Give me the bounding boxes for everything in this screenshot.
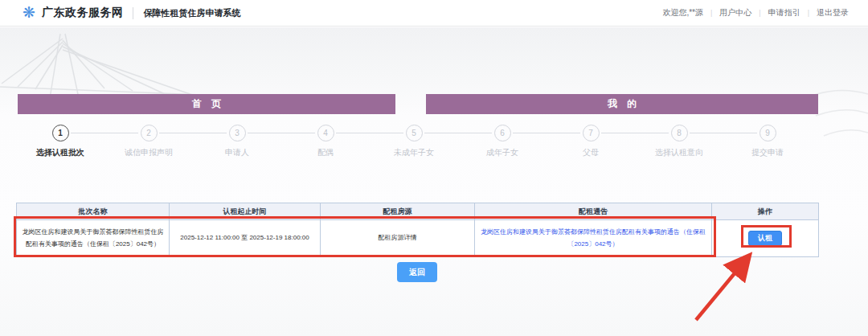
step-circle: 7 — [583, 125, 600, 141]
step-circle: 3 — [229, 125, 246, 141]
step-circle: 6 — [494, 125, 511, 141]
step-circle: 5 — [406, 125, 423, 141]
step-label: 诚信申报声明 — [125, 147, 173, 158]
col-batch-name: 批次名称 — [17, 203, 170, 220]
rental-notice-link[interactable]: 龙岗区住房和建设局关于御景荟都保障性租赁住房配租有关事项的通告（住保租〔2025… — [481, 228, 706, 247]
link-separator: | — [759, 9, 760, 17]
wave-watermark — [812, 72, 868, 144]
cell-batch-name: 龙岗区住房和建设局关于御景荟都保障性租赁住房配租有关事项的通告（住保租〔2025… — [17, 220, 170, 257]
step-label: 申请人 — [225, 147, 249, 158]
col-housing: 配租房源 — [321, 203, 475, 220]
step-spouse: 4 配偶 — [281, 125, 370, 158]
table-header-row: 批次名称 认租起止时间 配租房源 配租通告 操作 — [17, 203, 819, 220]
system-title: 保障性租赁住房申请系统 — [143, 7, 240, 19]
cell-action: 认租 — [712, 220, 819, 257]
cell-housing: 配租房源详情 — [321, 220, 475, 257]
tab-mine[interactable]: 我 的 — [426, 94, 818, 114]
step-label: 选择认租意向 — [655, 147, 703, 158]
step-parents: 7 父母 — [547, 125, 635, 158]
step-label: 提交申请 — [751, 147, 784, 158]
step-label: 父母 — [583, 147, 599, 158]
site-name: 广东政务服务网 — [42, 6, 124, 20]
table-row: 龙岗区住房和建设局关于御景荟都保障性租赁住房配租有关事项的通告（住保租〔2025… — [17, 220, 819, 257]
col-notice: 配租通告 — [475, 203, 712, 220]
step-integrity-declaration: 2 诚信申报声明 — [104, 125, 193, 158]
welcome-text: 欢迎您,**源 — [662, 7, 703, 18]
rent-button[interactable]: 认租 — [748, 231, 782, 246]
header-user-nav: 欢迎您,**源 | 用户中心 | 申请指引 | 退出登录 — [662, 7, 849, 18]
step-adult-children: 6 成年子女 — [458, 125, 547, 158]
header-brand: ❋ 广东政务服务网 保障性租赁住房申请系统 — [23, 6, 240, 21]
back-button[interactable]: 返回 — [397, 262, 437, 282]
step-circle: 9 — [760, 125, 776, 141]
link-apply-guide[interactable]: 申请指引 — [768, 7, 800, 18]
step-circle: 4 — [317, 125, 334, 141]
step-applicant: 3 申请人 — [193, 125, 281, 158]
col-time-range: 认租起止时间 — [170, 203, 321, 220]
content-area: 首 页 我 的 1 选择认租批次 2 诚信申报声明 3 申请人 4 配偶 5 未… — [0, 27, 868, 336]
batch-table: 批次名称 认租起止时间 配租房源 配租通告 操作 龙岗区住房和建设局关于御景荟都… — [16, 203, 819, 257]
housing-detail-link[interactable]: 配租房源详情 — [379, 234, 417, 241]
step-minor-children: 5 未成年子女 — [370, 125, 458, 158]
step-circle: 1 — [52, 125, 69, 141]
page-root: ❋ 广东政务服务网 保障性租赁住房申请系统 欢迎您,**源 | 用户中心 | 申… — [0, 0, 868, 336]
step-label: 成年子女 — [486, 147, 518, 158]
step-label: 选择认租批次 — [36, 147, 84, 158]
header-divider — [133, 7, 133, 19]
cell-notice: 龙岗区住房和建设局关于御景荟都保障性租赁住房配租有关事项的通告（住保租〔2025… — [475, 220, 712, 257]
col-action: 操作 — [712, 203, 819, 220]
step-wizard: 1 选择认租批次 2 诚信申报声明 3 申请人 4 配偶 5 未成年子女 6 成… — [16, 125, 812, 158]
step-rent-intention: 8 选择认租意向 — [635, 125, 723, 158]
cell-time-range: 2025-12-12 11:00:00 至 2025-12-19 18:00:0… — [170, 220, 321, 257]
step-select-batch: 1 选择认租批次 — [16, 125, 104, 158]
link-logout[interactable]: 退出登录 — [817, 7, 849, 18]
link-separator: | — [710, 9, 712, 17]
step-submit-application: 9 提交申请 — [723, 125, 812, 158]
step-label: 配偶 — [317, 147, 334, 158]
link-separator: | — [808, 9, 809, 17]
step-circle: 8 — [671, 125, 688, 141]
step-label: 未成年子女 — [394, 147, 434, 158]
gov-flower-icon: ❋ — [23, 5, 35, 20]
top-header: ❋ 广东政务服务网 保障性租赁住房申请系统 欢迎您,**源 | 用户中心 | 申… — [0, 0, 868, 27]
link-user-center[interactable]: 用户中心 — [719, 7, 751, 18]
step-circle: 2 — [141, 125, 158, 141]
tab-home[interactable]: 首 页 — [18, 94, 395, 114]
bridge-watermark — [0, 31, 201, 98]
